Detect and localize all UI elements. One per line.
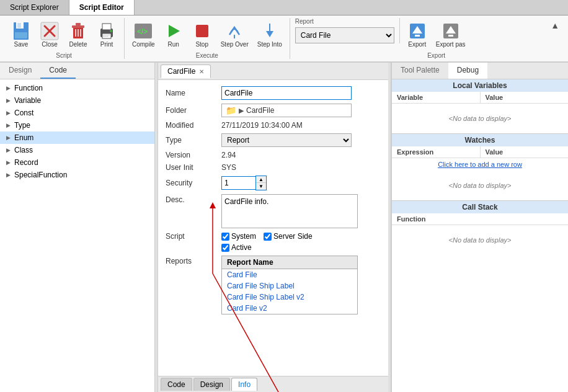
compile-icon: </> — [133, 21, 153, 41]
type-label: Type — [166, 136, 221, 145]
collapse-toolbar-button[interactable]: ▲ — [551, 20, 564, 30]
modified-label: Modified — [166, 121, 221, 130]
sidebar-tab-code[interactable]: Code — [40, 63, 76, 79]
security-decrement-button[interactable]: ▼ — [256, 183, 266, 190]
sidebar-item-variable[interactable]: ▶ Variable — [0, 94, 154, 107]
bottom-tab-design[interactable]: Design — [193, 378, 230, 391]
sidebar-item-class[interactable]: ▶ Class — [0, 144, 154, 156]
export-pas-button[interactable]: Export pas — [432, 18, 469, 51]
security-input[interactable] — [221, 176, 255, 190]
content-tab-cardfile[interactable]: CardFile ✕ — [161, 65, 211, 78]
server-side-checkbox-label[interactable]: Server Side — [264, 232, 313, 241]
user-init-label: User Init — [166, 163, 221, 172]
name-input[interactable] — [221, 86, 352, 100]
right-tab-debug[interactable]: Debug — [448, 63, 487, 79]
call-stack-section: Call Stack Function <No data to display> — [392, 201, 568, 392]
folder-icon: 📁 — [226, 105, 236, 115]
stop-button[interactable]: Stop — [189, 18, 216, 51]
svg-rect-17 — [102, 36, 109, 37]
sidebar-item-type[interactable]: ▶ Type — [0, 119, 154, 131]
security-label: Security — [166, 179, 221, 187]
compile-label: Compile — [132, 41, 155, 48]
delete-label: Delete — [69, 41, 87, 48]
report-group-label: Report — [295, 18, 394, 25]
close-icon — [40, 21, 60, 41]
script-group-label: Script — [56, 52, 72, 59]
print-label: Print — [100, 41, 113, 48]
sidebar-tab-design[interactable]: Design — [0, 63, 40, 79]
reports-header: Report Name — [222, 256, 357, 269]
svg-rect-8 — [72, 25, 84, 28]
step-into-label: Step Into — [257, 41, 282, 48]
sidebar-item-function[interactable]: ▶ Function — [0, 82, 154, 94]
active-checkbox[interactable] — [221, 244, 229, 252]
system-checkbox[interactable] — [221, 233, 229, 241]
tab-script-editor[interactable]: Script Editor — [69, 0, 135, 15]
system-checkbox-label[interactable]: System — [221, 232, 256, 241]
local-variables-header: Local Variables — [392, 79, 568, 92]
reports-row-0[interactable]: Card File — [222, 269, 357, 280]
delete-icon — [68, 21, 88, 41]
svg-rect-3 — [15, 32, 27, 38]
step-over-icon — [224, 21, 244, 41]
compile-button[interactable]: </> Compile — [128, 18, 159, 51]
stop-icon — [192, 21, 212, 41]
save-button[interactable]: Save — [7, 18, 35, 51]
sidebar-item-specialfunction[interactable]: ▶ SpecialFunction — [0, 169, 154, 181]
svg-marker-21 — [169, 25, 180, 37]
local-variables-col-variable: Variable — [392, 92, 481, 103]
user-init-value: SYS — [221, 163, 236, 172]
step-over-button[interactable]: Step Over — [217, 18, 252, 51]
svg-rect-2 — [17, 23, 21, 28]
bottom-tab-code[interactable]: Code — [161, 378, 192, 391]
type-select[interactable]: Report Script Function — [221, 133, 352, 147]
export-pas-icon — [441, 21, 461, 41]
step-into-icon — [260, 21, 280, 41]
delete-button[interactable]: Delete — [64, 18, 92, 51]
watches-no-data: <No data to display> — [392, 171, 568, 200]
close-button[interactable]: Close — [36, 18, 63, 51]
watches-add-row-link[interactable]: Click here to add a new row — [392, 158, 568, 171]
close-label: Close — [42, 41, 58, 48]
step-into-button[interactable]: Step Into — [254, 18, 286, 51]
run-button[interactable]: Run — [160, 18, 187, 51]
tab-close-button[interactable]: ✕ — [199, 68, 204, 75]
svg-rect-22 — [196, 25, 208, 37]
svg-marker-25 — [266, 31, 273, 37]
export-icon — [407, 21, 427, 41]
right-panel: Tool Palette Debug Local Variables Varia… — [391, 63, 568, 392]
name-label: Name — [166, 89, 221, 97]
modified-value: 27/11/2019 10:34:00 AM — [221, 121, 303, 130]
export-group-label: Export — [427, 52, 445, 59]
sidebar-item-enum[interactable]: ▶ Enum — [0, 131, 154, 144]
sidebar-item-record[interactable]: ▶ Record — [0, 156, 154, 169]
export-button[interactable]: Export — [404, 18, 431, 51]
desc-textarea[interactable] — [221, 194, 358, 228]
form-area: Name Folder 📁 ▶ CardFile Modified 27/11/… — [158, 80, 388, 376]
save-label: Save — [14, 41, 29, 48]
call-stack-header: Call Stack — [392, 201, 568, 213]
svg-point-18 — [110, 30, 112, 32]
print-button[interactable]: Print — [93, 18, 120, 51]
run-icon — [164, 21, 184, 41]
run-label: Run — [168, 41, 179, 48]
sidebar: Design Code ▶ Function ▶ Variable ▶ Cons… — [0, 63, 155, 392]
tab-script-explorer[interactable]: Script Explorer — [0, 0, 69, 15]
desc-label: Desc. — [166, 195, 221, 204]
watches-section: Watches Expression Value Click here to a… — [392, 134, 568, 201]
svg-rect-9 — [76, 23, 81, 25]
reports-row-2[interactable]: Card File Ship Label v2 — [222, 292, 357, 303]
sidebar-item-const[interactable]: ▶ Const — [0, 107, 154, 119]
active-checkbox-label[interactable]: Active — [221, 243, 252, 252]
folder-path: CardFile — [246, 106, 274, 115]
server-side-checkbox[interactable] — [264, 233, 272, 241]
bottom-tab-info[interactable]: Info — [231, 378, 257, 391]
reports-row-1[interactable]: Card File Ship Label — [222, 280, 357, 292]
execute-group-label: Execute — [196, 52, 218, 59]
security-increment-button[interactable]: ▲ — [256, 176, 266, 183]
reports-row-3[interactable]: Card File v2 — [222, 303, 357, 314]
right-tab-tool-palette[interactable]: Tool Palette — [392, 63, 448, 79]
reports-table: Report Name Card File Card File Ship Lab… — [221, 256, 358, 314]
call-stack-no-data: <No data to display> — [392, 225, 568, 392]
report-dropdown[interactable]: Card File — [295, 27, 394, 43]
